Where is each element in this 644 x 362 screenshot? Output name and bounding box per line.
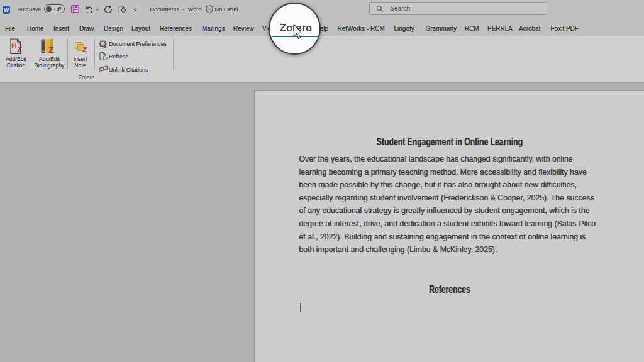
svg-text:W: W <box>4 7 9 13</box>
svg-text:?: ? <box>208 6 210 12</box>
